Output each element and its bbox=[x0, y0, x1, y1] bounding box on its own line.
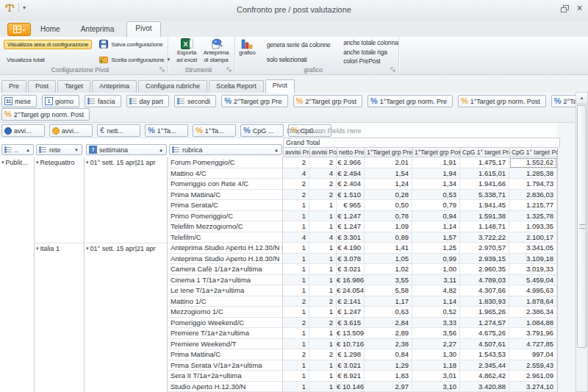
rubrica-cell[interactable]: Studio Aperto H.12.30/N bbox=[168, 382, 282, 392]
pivot-cell[interactable]: 997,04 bbox=[509, 349, 557, 360]
pivot-cell[interactable]: 0,79 bbox=[412, 200, 460, 211]
pivot-cell[interactable]: 0,63 bbox=[365, 307, 412, 318]
pivot-cell[interactable]: 4.307,66 bbox=[460, 285, 509, 296]
pivot-cell[interactable]: 1,02 bbox=[365, 264, 412, 275]
rubrica-cell[interactable]: Mezzogiorno 1/C bbox=[168, 307, 282, 318]
pivot-cell[interactable]: € 16.986 bbox=[337, 275, 365, 286]
data-field-chip[interactable]: %1°Ta... bbox=[145, 124, 188, 137]
settimana-group-cell[interactable]: ▾01° sett. 15 apr|21 apr bbox=[85, 157, 167, 243]
rubrica-cell[interactable]: Prima Serata V/1a+2a+ultima bbox=[168, 360, 282, 371]
tab-pre[interactable]: Pre bbox=[1, 80, 26, 93]
rubrica-cell[interactable]: Le Iene T/1a+2a+ultima bbox=[168, 285, 282, 296]
pivot-cell[interactable]: 0,89 bbox=[365, 232, 412, 243]
pivot-cell[interactable]: 1,18 bbox=[412, 360, 460, 371]
vertical-scrollbar[interactable]: ▲ bbox=[576, 92, 588, 392]
pivot-cell[interactable]: 3.341,05 bbox=[509, 243, 557, 254]
pivot-cell[interactable]: 1 bbox=[283, 254, 309, 265]
pivot-cell[interactable]: 1.084,88 bbox=[509, 318, 557, 329]
rubrica-cell[interactable]: Anteprima Studio Aperto H.12.30/N PSU bbox=[168, 243, 282, 254]
rubrica-cell[interactable]: Mattino 1/C bbox=[168, 296, 282, 307]
pivot-cell[interactable]: 2.939,15 bbox=[460, 254, 509, 265]
pivot-cell[interactable]: 0,52 bbox=[412, 307, 460, 318]
pivot-cell[interactable]: 3,56 bbox=[412, 328, 460, 339]
pivot-cell[interactable]: 2.960,35 bbox=[460, 264, 509, 275]
close-icon[interactable]: × bbox=[577, 4, 582, 12]
pivot-cell[interactable]: 4 bbox=[283, 168, 309, 179]
pivot-cell[interactable]: 1,00 bbox=[412, 264, 460, 275]
row-field-button-rubrica[interactable]: rubrica▲ bbox=[169, 144, 282, 155]
pivot-cell[interactable]: 1 bbox=[309, 382, 337, 392]
pivot-cell[interactable]: € 13.509 bbox=[337, 328, 365, 339]
rubrica-cell[interactable]: Telefilm/C bbox=[168, 232, 282, 243]
pivot-cell[interactable]: € 3.021 bbox=[337, 360, 365, 371]
pivot-cell[interactable]: 1 bbox=[309, 328, 337, 339]
salva-configurazione-button[interactable]: Salva configurazione bbox=[99, 40, 170, 49]
filter-field-chip[interactable]: %2°Target grp Pre bbox=[221, 95, 287, 107]
pivot-cell[interactable]: 2 bbox=[283, 157, 309, 168]
data-field-chip[interactable]: avvi... bbox=[1, 124, 45, 137]
dialog-launcher-icon[interactable] bbox=[159, 67, 165, 73]
pivot-cell[interactable]: 1 bbox=[309, 264, 337, 275]
pivot-cell[interactable]: 2 bbox=[309, 349, 337, 360]
pivot-cell[interactable]: 4.727,85 bbox=[509, 339, 557, 350]
rubrica-cell[interactable]: Prima Mattina/C bbox=[168, 190, 282, 201]
pivot-cell[interactable]: 1.941,66 bbox=[460, 179, 509, 190]
rubrica-cell[interactable]: Mattino 4/C bbox=[168, 168, 282, 179]
visualizza-area-configurazione-button[interactable]: Visualizza area di configurazione bbox=[4, 40, 92, 49]
pivot-cell[interactable]: 1 bbox=[283, 307, 309, 318]
pivot-cell[interactable]: 2,89 bbox=[365, 328, 412, 339]
pivot-cell[interactable]: 1 bbox=[283, 360, 309, 371]
pivot-cell[interactable]: 1 bbox=[309, 285, 337, 296]
pivot-cell[interactable]: 1,34 bbox=[412, 179, 460, 190]
row-field-button-settimana[interactable]: 7settimana▲ bbox=[86, 144, 167, 155]
pivot-cell[interactable]: 3,01 bbox=[412, 371, 460, 382]
rubrica-cell[interactable]: Anteprima Studio Aperto H.18.30/N bbox=[168, 254, 282, 265]
pivot-cell[interactable]: 4 bbox=[309, 232, 337, 243]
pivot-cell[interactable]: 2 bbox=[283, 190, 309, 201]
esporta-ad-excel-button[interactable]: X Esporta ad excel bbox=[173, 38, 201, 65]
genera-serie-da-colonne-button[interactable]: genera serie da colonne bbox=[265, 41, 333, 49]
pivot-cell[interactable]: 1,54 bbox=[365, 168, 412, 179]
pivot-cell[interactable]: € 3.301 bbox=[337, 232, 365, 243]
pivot-cell[interactable]: 0,84 bbox=[365, 349, 412, 360]
pivot-cell[interactable]: 1.148,71 bbox=[460, 221, 509, 232]
pivot-cell[interactable]: 1 bbox=[309, 275, 337, 286]
pivot-cell[interactable]: 2,84 bbox=[365, 318, 412, 329]
pivot-cell[interactable]: € 1.247 bbox=[337, 221, 365, 232]
pivot-cell[interactable]: 1.552,62 bbox=[509, 157, 557, 168]
pivot-cell[interactable]: € 10.716 bbox=[337, 339, 365, 350]
pivot-cell[interactable]: 1 bbox=[309, 371, 337, 382]
rubrica-cell[interactable]: Premiere T/1a+2a+ultima bbox=[168, 328, 282, 339]
expander-icon[interactable]: ▾ bbox=[86, 158, 89, 166]
pivot-cell[interactable]: 1 bbox=[283, 275, 309, 286]
row-field-button-rete[interactable]: rete▼ bbox=[36, 144, 82, 155]
pivot-cell[interactable]: 1.285,38 bbox=[509, 168, 557, 179]
pivot-cell[interactable]: 1 bbox=[283, 328, 309, 339]
column-header-4[interactable]: 1°Target grp Pre bbox=[365, 148, 413, 157]
anche-totale-riga-button[interactable]: anche totale riga bbox=[341, 49, 400, 56]
pivot-cell[interactable]: 1,57 bbox=[412, 232, 460, 243]
filter-field-chip[interactable]: %2°Target grp Post bbox=[293, 95, 362, 107]
scelta-configurazione-button[interactable]: Scelta configurazione ▾ bbox=[99, 55, 170, 64]
ribbon-tab-home[interactable]: Home bbox=[32, 23, 68, 37]
pivot-cell[interactable]: 3,33 bbox=[412, 318, 460, 329]
tab-anteprima[interactable]: Anteprima bbox=[92, 80, 137, 93]
pivot-cell[interactable]: 1,24 bbox=[365, 179, 412, 190]
scrollbar-thumb[interactable] bbox=[577, 105, 587, 348]
pivot-cell[interactable]: 2.836,03 bbox=[509, 190, 557, 201]
pivot-cell[interactable]: 1.325,78 bbox=[509, 211, 557, 222]
filter-field-chip[interactable]: %1°Target grp norm. Pre bbox=[368, 95, 453, 107]
rete-group-cell[interactable]: ▾Retequattro bbox=[35, 157, 84, 243]
pivot-cell[interactable]: 1 bbox=[309, 211, 337, 222]
pivot-cell[interactable]: 1.965,26 bbox=[460, 307, 509, 318]
pivot-cell[interactable]: 4.507,61 bbox=[460, 339, 509, 350]
tab-target[interactable]: Target bbox=[57, 80, 90, 93]
pivot-cell[interactable]: 1 bbox=[309, 254, 337, 265]
rubrica-cell[interactable]: Prima Mattina/C bbox=[168, 349, 282, 360]
pivot-cell[interactable]: 4 bbox=[309, 168, 337, 179]
pivot-cell[interactable]: 2 bbox=[283, 349, 309, 360]
pivot-cell[interactable]: 0,50 bbox=[365, 200, 412, 211]
pivot-cell[interactable]: 0,78 bbox=[365, 211, 412, 222]
rubrica-cell[interactable]: Forum Pomeriggio/C bbox=[168, 157, 282, 168]
pivot-cell[interactable]: 2,27 bbox=[412, 339, 460, 350]
